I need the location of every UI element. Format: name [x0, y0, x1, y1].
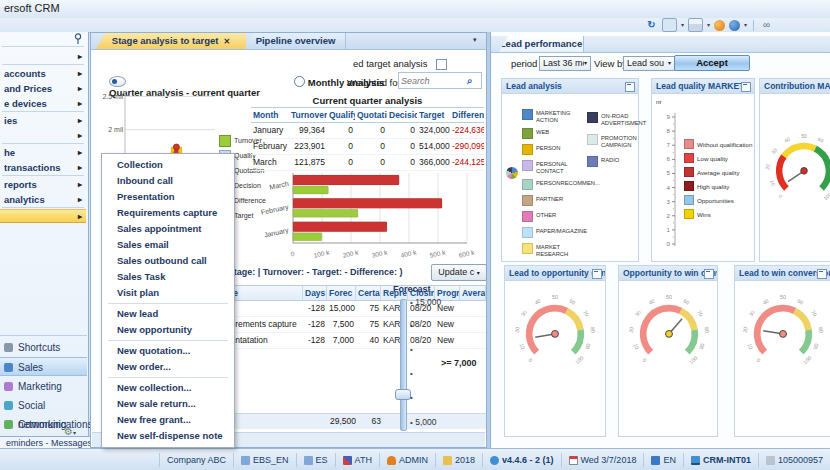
- sidebar-item-analytics[interactable]: analytics▸: [0, 192, 86, 207]
- phase-row-cell[interactable]: 7,500: [327, 317, 356, 333]
- menu-item-sales-email[interactable]: Sales email: [102, 237, 234, 253]
- lead-win-title: Lead to win conversion rat...: [735, 266, 830, 281]
- tab-stage-analysis[interactable]: Stage analysis to target✕: [96, 33, 246, 49]
- update-button[interactable]: Update c ▾: [431, 264, 487, 281]
- nav-marketing[interactable]: Marketing: [0, 377, 87, 396]
- menu-item-collection[interactable]: Collection: [102, 157, 234, 173]
- close-tab-icon[interactable]: ✕: [223, 37, 230, 46]
- svg-text:80: 80: [589, 326, 596, 333]
- submenu-arrow-icon: ▸: [78, 177, 82, 192]
- tab-pipeline-overview[interactable]: Pipeline overview: [246, 33, 346, 49]
- forecast-slider-thumb[interactable]: [395, 389, 411, 400]
- globe-dropdown-icon[interactable]: ▾: [744, 19, 747, 31]
- chevron-down-icon: ▾: [668, 57, 671, 70]
- contribution-panel: Contribution MARKE... 010203040506070809…: [759, 78, 830, 262]
- phase-row-cell[interactable]: -128: [303, 301, 327, 317]
- accept-button[interactable]: Accept: [674, 55, 750, 71]
- menu-item-inbound-call[interactable]: Inbound call: [102, 173, 234, 189]
- svg-text:0: 0: [528, 357, 534, 363]
- sidebar-item-prices[interactable]: and Prices▸: [0, 81, 86, 96]
- period-select[interactable]: Last 36 mc▾: [539, 56, 591, 71]
- col-header: Decision: [387, 107, 417, 123]
- opportunity-win-gauge: 0102030405060708090100: [621, 288, 717, 376]
- sidebar-item-reports[interactable]: reports▸: [0, 177, 86, 192]
- phase-row-cell[interactable]: 15,000: [327, 301, 356, 317]
- legend-swatch: [522, 109, 533, 120]
- image-icon[interactable]: [662, 18, 677, 32]
- menu-item-sales-task[interactable]: Sales Task: [102, 269, 234, 285]
- stage-analysis-panel: Stage analysis to target✕ Pipeline overv…: [90, 32, 487, 448]
- menu-item-sales-outbound-call[interactable]: Sales outbound call: [102, 253, 234, 269]
- context-menu: Collection Inbound call Presentation Req…: [101, 153, 235, 448]
- sidebar-item-6[interactable]: he▸: [0, 145, 86, 160]
- phase-row-cell[interactable]: New: [435, 317, 460, 333]
- svg-text:50: 50: [666, 294, 672, 300]
- sidebar-item-accounts[interactable]: accounts▸: [0, 66, 86, 81]
- menu-separator: [108, 340, 228, 341]
- nav-social-networking[interactable]: Social networking: [0, 396, 87, 415]
- phase-row-cell[interactable]: -128: [303, 317, 327, 333]
- menu-item-new-lead[interactable]: New lead: [102, 306, 234, 322]
- menu-item-new-quotation[interactable]: New quotation...: [102, 343, 234, 359]
- phase-row-cell[interactable]: 75: [356, 317, 381, 333]
- lead-win-gauge: 0102030405060708090100: [735, 288, 830, 376]
- nav-shortcuts[interactable]: Shortcuts: [0, 338, 87, 357]
- image-dropdown-icon[interactable]: ▾: [681, 19, 684, 31]
- viewby-select[interactable]: Lead sou▾: [623, 56, 675, 71]
- right-tabstrip: Lead performance ✕: [491, 36, 830, 53]
- sidebar-item-transactions[interactable]: transactions▸: [0, 160, 86, 175]
- phase-row-cell[interactable]: New: [435, 333, 460, 349]
- phase-row-cell[interactable]: [460, 301, 486, 317]
- phase-row-cell[interactable]: [460, 333, 486, 349]
- nav-sales[interactable]: Sales: [0, 357, 87, 376]
- legend-swatch: [522, 195, 533, 206]
- svg-text:20: 20: [628, 326, 635, 333]
- phase-row-cell[interactable]: 7,000: [327, 333, 356, 349]
- sidebar-item-devices[interactable]: e devices▸: [0, 96, 86, 111]
- sidebar-item-selected[interactable]: ▸: [0, 209, 86, 223]
- menu-item-requirements-capture[interactable]: Requirements capture: [102, 205, 234, 221]
- lead-analysis-legend-col2: ON-ROAD ADVERTISMENT PROMOTION CAMPAIGN …: [587, 112, 643, 172]
- menu-item-presentation[interactable]: Presentation: [102, 189, 234, 205]
- phase-row-cell[interactable]: 75: [356, 301, 381, 317]
- lead-analysis-panel: Lead analysis MARKETING ACTION WEB PERSO…: [501, 78, 639, 262]
- menu-item-new-sale-return[interactable]: New sale return...: [102, 396, 234, 412]
- collapse-icon[interactable]: [592, 269, 602, 279]
- phase-row-cell[interactable]: 40: [356, 333, 381, 349]
- layout-icon[interactable]: [688, 18, 703, 32]
- collapse-icon[interactable]: [704, 269, 714, 279]
- col-header: Avera: [460, 285, 486, 301]
- status-bar: Company ABC EBS_EN ES ATH ADMIN 2018 v4.…: [0, 448, 830, 470]
- phase-row-cell[interactable]: [460, 317, 486, 333]
- quarter-hbar-chart: 0100 k200 k300 k400 k500 k600 kMarchFebr…: [249, 167, 484, 263]
- target-analysis-checkbox[interactable]: [436, 59, 447, 70]
- collapse-icon[interactable]: [817, 269, 827, 279]
- tab-list-dropdown-icon[interactable]: ▾: [473, 36, 477, 44]
- menu-item-visit-plan[interactable]: Visit plan: [102, 285, 234, 301]
- view-icon[interactable]: ∞: [760, 19, 773, 31]
- pin-icon[interactable]: [73, 33, 83, 47]
- collapse-icon[interactable]: [625, 82, 635, 92]
- layout-dropdown-icon[interactable]: ▾: [707, 19, 710, 31]
- phase-row-cell[interactable]: -128: [303, 333, 327, 349]
- refresh-icon[interactable]: ↻: [645, 19, 658, 31]
- menu-item-new-opportunity[interactable]: New opportunity: [102, 322, 234, 338]
- menu-item-new-order[interactable]: New order...: [102, 359, 234, 375]
- lead-opportunity-title: Lead to opportunity conve...: [505, 266, 605, 281]
- status-version: v4.4.6 - 2 (1): [483, 453, 562, 467]
- forecast-slider-track[interactable]: [400, 299, 407, 431]
- quarter-table-title: Current quarter analysis: [251, 95, 484, 106]
- tab-lead-performance[interactable]: Lead performance ✕: [499, 36, 584, 52]
- sidebar-item-4[interactable]: ies▸: [0, 113, 86, 128]
- menu-item-new-free-grant[interactable]: New free grant...: [102, 412, 234, 428]
- globe-icon[interactable]: [729, 20, 740, 31]
- cell: 0: [355, 123, 387, 139]
- sidebar-item-0[interactable]: ▸: [0, 49, 86, 64]
- sidebar-item-5[interactable]: ▸: [0, 128, 86, 143]
- svg-text:2: 2: [667, 212, 671, 219]
- menu-item-sales-appointment[interactable]: Sales appointment: [102, 221, 234, 237]
- menu-item-new-collection[interactable]: New collection...: [102, 380, 234, 396]
- history-icon[interactable]: [714, 20, 725, 31]
- collapse-icon[interactable]: [741, 82, 751, 92]
- menu-item-new-self-dispense-note[interactable]: New self-dispense note: [102, 428, 234, 444]
